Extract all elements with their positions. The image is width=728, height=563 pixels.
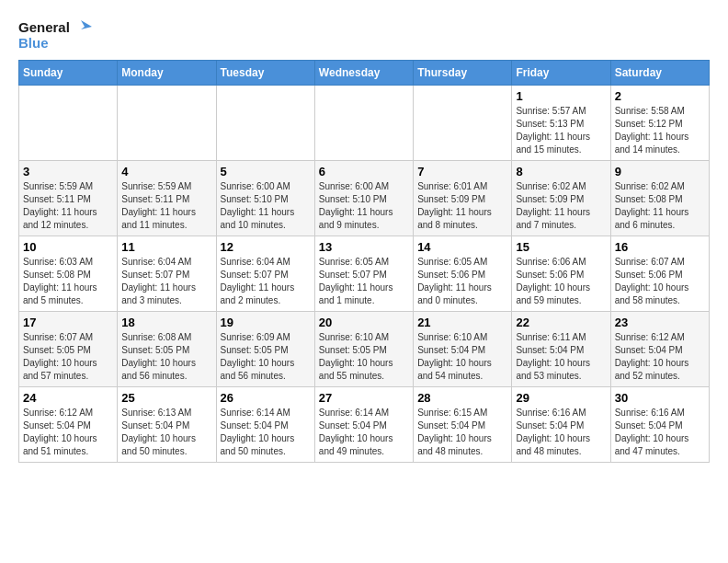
day-info: Sunrise: 6:01 AM Sunset: 5:09 PM Dayligh…: [417, 180, 507, 232]
day-info: Sunrise: 6:04 AM Sunset: 5:07 PM Dayligh…: [121, 256, 211, 307]
day-header-sunday: Sunday: [19, 61, 118, 86]
calendar-cell: 18Sunrise: 6:08 AM Sunset: 5:05 PM Dayli…: [118, 312, 216, 387]
calendar-week-row: 24Sunrise: 6:12 AM Sunset: 5:04 PM Dayli…: [19, 387, 710, 463]
day-info: Sunrise: 6:15 AM Sunset: 5:04 PM Dayligh…: [417, 407, 507, 458]
day-number: 23: [615, 316, 705, 329]
day-number: 26: [221, 391, 311, 405]
day-number: 21: [417, 316, 507, 329]
day-number: 9: [615, 165, 705, 178]
day-number: 10: [23, 240, 113, 254]
day-info: Sunrise: 6:07 AM Sunset: 5:06 PM Dayligh…: [615, 256, 705, 307]
day-number: 6: [319, 165, 409, 178]
day-info: Sunrise: 6:00 AM Sunset: 5:10 PM Dayligh…: [221, 180, 311, 232]
day-info: Sunrise: 6:05 AM Sunset: 5:06 PM Dayligh…: [417, 256, 507, 307]
calendar-cell: 12Sunrise: 6:04 AM Sunset: 5:07 PM Dayli…: [216, 236, 314, 312]
calendar-cell: 26Sunrise: 6:14 AM Sunset: 5:04 PM Dayli…: [216, 387, 314, 463]
calendar-cell: [414, 86, 512, 161]
logo: General Blue: [18, 18, 92, 51]
day-header-thursday: Thursday: [414, 61, 512, 86]
day-number: 13: [319, 240, 409, 254]
day-info: Sunrise: 6:06 AM Sunset: 5:06 PM Dayligh…: [516, 256, 606, 307]
calendar-cell: [216, 86, 314, 161]
calendar-cell: 27Sunrise: 6:14 AM Sunset: 5:04 PM Dayli…: [314, 387, 413, 463]
logo-bird-icon: [72, 18, 92, 35]
calendar-cell: 25Sunrise: 6:13 AM Sunset: 5:04 PM Dayli…: [118, 387, 216, 463]
day-info: Sunrise: 6:04 AM Sunset: 5:07 PM Dayligh…: [221, 256, 311, 307]
calendar-week-row: 10Sunrise: 6:03 AM Sunset: 5:08 PM Dayli…: [19, 236, 710, 312]
calendar-cell: 23Sunrise: 6:12 AM Sunset: 5:04 PM Dayli…: [610, 312, 709, 387]
calendar-cell: 14Sunrise: 6:05 AM Sunset: 5:06 PM Dayli…: [414, 236, 512, 312]
day-info: Sunrise: 6:03 AM Sunset: 5:08 PM Dayligh…: [23, 256, 113, 307]
day-number: 17: [23, 316, 113, 329]
day-number: 11: [121, 240, 211, 254]
day-info: Sunrise: 5:59 AM Sunset: 5:11 PM Dayligh…: [23, 180, 113, 232]
day-number: 15: [516, 240, 606, 254]
day-header-wednesday: Wednesday: [314, 61, 413, 86]
day-header-saturday: Saturday: [610, 61, 709, 86]
calendar-cell: 10Sunrise: 6:03 AM Sunset: 5:08 PM Dayli…: [19, 236, 118, 312]
day-info: Sunrise: 6:14 AM Sunset: 5:04 PM Dayligh…: [319, 407, 409, 458]
calendar-cell: 24Sunrise: 6:12 AM Sunset: 5:04 PM Dayli…: [19, 387, 118, 463]
day-number: 27: [319, 391, 409, 405]
day-number: 8: [516, 165, 606, 178]
calendar-cell: 8Sunrise: 6:02 AM Sunset: 5:09 PM Daylig…: [512, 161, 610, 236]
calendar-cell: 1Sunrise: 5:57 AM Sunset: 5:13 PM Daylig…: [512, 86, 610, 161]
day-number: 30: [615, 391, 705, 405]
calendar-cell: 30Sunrise: 6:16 AM Sunset: 5:04 PM Dayli…: [610, 387, 709, 463]
day-info: Sunrise: 6:16 AM Sunset: 5:04 PM Dayligh…: [615, 407, 705, 458]
day-number: 20: [319, 316, 409, 329]
day-info: Sunrise: 6:12 AM Sunset: 5:04 PM Dayligh…: [615, 331, 705, 383]
day-info: Sunrise: 5:57 AM Sunset: 5:13 PM Dayligh…: [516, 105, 606, 156]
day-number: 1: [516, 89, 606, 103]
day-info: Sunrise: 6:02 AM Sunset: 5:09 PM Dayligh…: [516, 180, 606, 232]
calendar-header-row: SundayMondayTuesdayWednesdayThursdayFrid…: [19, 61, 710, 86]
day-header-tuesday: Tuesday: [216, 61, 314, 86]
calendar-cell: [118, 86, 216, 161]
calendar-cell: 16Sunrise: 6:07 AM Sunset: 5:06 PM Dayli…: [610, 236, 709, 312]
logo-blue: Blue: [18, 35, 49, 51]
day-info: Sunrise: 6:02 AM Sunset: 5:08 PM Dayligh…: [615, 180, 705, 232]
calendar-cell: 17Sunrise: 6:07 AM Sunset: 5:05 PM Dayli…: [19, 312, 118, 387]
day-header-friday: Friday: [512, 61, 610, 86]
calendar-cell: 2Sunrise: 5:58 AM Sunset: 5:12 PM Daylig…: [610, 86, 709, 161]
calendar-week-row: 3Sunrise: 5:59 AM Sunset: 5:11 PM Daylig…: [19, 161, 710, 236]
day-number: 12: [221, 240, 311, 254]
day-number: 29: [516, 391, 606, 405]
day-info: Sunrise: 6:00 AM Sunset: 5:10 PM Dayligh…: [319, 180, 409, 232]
logo-text-block: General Blue: [18, 18, 92, 51]
calendar-cell: 7Sunrise: 6:01 AM Sunset: 5:09 PM Daylig…: [414, 161, 512, 236]
calendar-cell: 15Sunrise: 6:06 AM Sunset: 5:06 PM Dayli…: [512, 236, 610, 312]
calendar-cell: [19, 86, 118, 161]
day-number: 4: [121, 165, 211, 178]
day-number: 25: [121, 391, 211, 405]
day-number: 19: [221, 316, 311, 329]
day-number: 28: [417, 391, 507, 405]
day-number: 5: [221, 165, 311, 178]
day-info: Sunrise: 6:10 AM Sunset: 5:04 PM Dayligh…: [417, 331, 507, 383]
day-info: Sunrise: 6:14 AM Sunset: 5:04 PM Dayligh…: [221, 407, 311, 458]
calendar-cell: 11Sunrise: 6:04 AM Sunset: 5:07 PM Dayli…: [118, 236, 216, 312]
calendar-cell: 28Sunrise: 6:15 AM Sunset: 5:04 PM Dayli…: [414, 387, 512, 463]
day-info: Sunrise: 6:08 AM Sunset: 5:05 PM Dayligh…: [121, 331, 211, 383]
day-number: 3: [23, 165, 113, 178]
day-info: Sunrise: 6:05 AM Sunset: 5:07 PM Dayligh…: [319, 256, 409, 307]
day-info: Sunrise: 6:12 AM Sunset: 5:04 PM Dayligh…: [23, 407, 113, 458]
day-number: 7: [417, 165, 507, 178]
calendar-cell: 5Sunrise: 6:00 AM Sunset: 5:10 PM Daylig…: [216, 161, 314, 236]
logo-general: General: [18, 19, 70, 35]
day-info: Sunrise: 6:07 AM Sunset: 5:05 PM Dayligh…: [23, 331, 113, 383]
day-info: Sunrise: 5:58 AM Sunset: 5:12 PM Dayligh…: [615, 105, 705, 156]
page-header: General Blue: [18, 18, 710, 51]
calendar-cell: 21Sunrise: 6:10 AM Sunset: 5:04 PM Dayli…: [414, 312, 512, 387]
calendar-cell: 9Sunrise: 6:02 AM Sunset: 5:08 PM Daylig…: [610, 161, 709, 236]
calendar-cell: 29Sunrise: 6:16 AM Sunset: 5:04 PM Dayli…: [512, 387, 610, 463]
calendar-cell: 4Sunrise: 5:59 AM Sunset: 5:11 PM Daylig…: [118, 161, 216, 236]
day-header-monday: Monday: [118, 61, 216, 86]
day-number: 16: [615, 240, 705, 254]
day-info: Sunrise: 5:59 AM Sunset: 5:11 PM Dayligh…: [121, 180, 211, 232]
day-info: Sunrise: 6:11 AM Sunset: 5:04 PM Dayligh…: [516, 331, 606, 383]
calendar-cell: 19Sunrise: 6:09 AM Sunset: 5:05 PM Dayli…: [216, 312, 314, 387]
calendar-cell: [314, 86, 413, 161]
calendar-cell: 6Sunrise: 6:00 AM Sunset: 5:10 PM Daylig…: [314, 161, 413, 236]
calendar-week-row: 17Sunrise: 6:07 AM Sunset: 5:05 PM Dayli…: [19, 312, 710, 387]
